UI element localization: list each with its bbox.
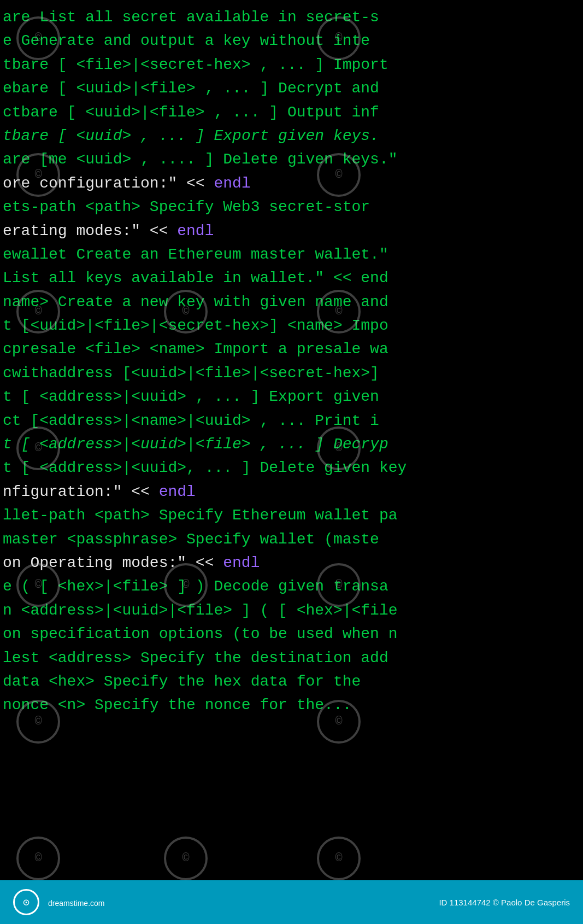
id-label: ID xyxy=(439,898,447,907)
code-line: t [<uuid>|<file>|<secret-hex>] <name> Im… xyxy=(0,314,583,337)
footer-logo-text: dreamstime.com xyxy=(48,895,104,909)
code-line: cpresale <file> <name> Import a presale … xyxy=(0,337,583,361)
code-line: erating modes:" << endl xyxy=(0,219,583,243)
dreamtime-logo: dreamstime.com xyxy=(48,895,104,909)
code-line: ct [<address>|<name>|<uuid> , ... Print … xyxy=(0,409,583,432)
code-line: e ( [ <hex>|<file> ] ) Decode given tran… xyxy=(0,575,583,598)
code-line: ctbare [ <uuid>|<file> , ... ] Output in… xyxy=(0,101,583,124)
code-line: name> Create a new key with given name a… xyxy=(0,290,583,314)
code-line: t [ <address>|<uuid>|<file> , ... ] Decr… xyxy=(0,432,583,456)
author-name: Paolo De Gasperis xyxy=(501,898,570,907)
logo-name: dreamstime xyxy=(48,899,88,908)
code-display: are List all secret available in secret-… xyxy=(0,0,583,880)
code-line: are List all secret available in secret-… xyxy=(0,5,583,29)
footer-logo-area: ⊙ dreamstime.com xyxy=(13,889,104,915)
code-line: ebare [ <uuid>|<file> , ... ] Decrypt an… xyxy=(0,77,583,100)
code-line: on Operating modes:" << endl xyxy=(0,551,583,575)
id-number: 113144742 xyxy=(450,898,491,907)
dreamtime-icon: ⊙ xyxy=(13,889,39,915)
code-line: tbare [ <uuid> , ... ] Export given keys… xyxy=(0,124,583,148)
code-line: t [ <address>|<uuid>, ... ] Delete given… xyxy=(0,456,583,479)
code-line: ewallet Create an Ethereum master wallet… xyxy=(0,243,583,266)
code-line: master <passphrase> Specify wallet (mast… xyxy=(0,528,583,551)
copyright-symbol: © xyxy=(493,898,499,907)
footer-bar: ⊙ dreamstime.com ID 113144742 © Paolo De… xyxy=(0,880,583,924)
code-line: e Generate and output a key without inte xyxy=(0,29,583,52)
code-line: are [me <uuid> , .... ] Delete given key… xyxy=(0,148,583,171)
code-line: tbare [ <file>|<secret-hex> , ... ] Impo… xyxy=(0,53,583,77)
code-line: nfiguration:" << endl xyxy=(0,480,583,504)
code-line: cwithaddress [<uuid>|<file>|<secret-hex>… xyxy=(0,361,583,385)
code-line: ore configuration:" << endl xyxy=(0,172,583,195)
logo-sub: .com xyxy=(88,899,104,908)
code-line: on specification options (to be used whe… xyxy=(0,622,583,646)
code-line: ets-path <path> Specify Web3 secret-stor xyxy=(0,195,583,219)
code-line: List all keys available in wallet." << e… xyxy=(0,266,583,290)
code-line: lest <address> Specify the destination a… xyxy=(0,646,583,670)
code-line: t [ <address>|<uuid> , ... ] Export give… xyxy=(0,385,583,408)
code-line: nonce <n> Specify the nonce for the... xyxy=(0,693,583,717)
code-line: n <address>|<uuid>|<file> ] ( [ <hex>|<f… xyxy=(0,599,583,622)
code-line: llet-path <path> Specify Ethereum wallet… xyxy=(0,504,583,527)
code-line: data <hex> Specify the hex data for the xyxy=(0,670,583,693)
footer-info: ID 113144742 © Paolo De Gasperis xyxy=(439,898,570,907)
